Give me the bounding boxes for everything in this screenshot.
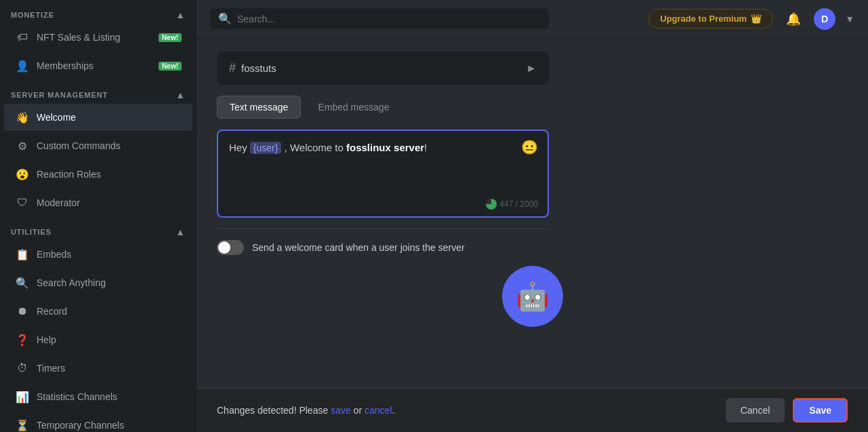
save-link[interactable]: save (331, 405, 351, 416)
chevron-right-icon: ► (526, 62, 537, 75)
search-input[interactable] (237, 14, 541, 24)
sidebar-item-welcome[interactable]: 👋 Welcome (4, 104, 192, 131)
crown-icon: 👑 (751, 14, 762, 24)
custom-commands-icon: ⚙ (15, 138, 30, 153)
channel-select[interactable]: # fosstuts ► (217, 52, 549, 85)
emoji-picker-button[interactable]: 😐 (521, 139, 538, 155)
search-icon: 🔍 (218, 12, 232, 25)
channel-name: # fosstuts (229, 61, 276, 75)
sidebar-item-memberships[interactable]: 👤 Memberships New! (4, 52, 192, 79)
message-bold: fosslinux server (346, 142, 424, 153)
timers-icon: ⏱ (15, 361, 30, 376)
sidebar-item-label: Reaction Roles (37, 169, 101, 180)
embeds-icon: 📋 (15, 247, 30, 262)
new-badge: New! (159, 62, 182, 71)
search-bar[interactable]: 🔍 (210, 8, 549, 29)
toggle-label: Send a welcome card when a user joins th… (252, 242, 465, 253)
notification-bell-icon[interactable]: 🔔 (783, 8, 804, 30)
sidebar: MONETIZE ▲ 🏷 NFT Sales & Listing New! 👤 … (0, 0, 197, 432)
message-welcome: , Welcome to (281, 142, 346, 153)
sidebar-item-label: Timers (37, 363, 65, 374)
sidebar-item-label: Help (37, 334, 56, 345)
search-icon: 🔍 (15, 275, 30, 290)
sidebar-item-label: NFT Sales & Listing (37, 32, 120, 43)
changes-detected-text: Changes detected! Please save or cancel. (217, 405, 394, 416)
sidebar-item-moderator[interactable]: 🛡 Moderator (4, 189, 192, 216)
content-area: # fosstuts ► Text message Embed message … (197, 38, 868, 388)
sidebar-item-timers[interactable]: ⏱ Timers (4, 355, 192, 382)
sidebar-item-help[interactable]: ❓ Help (4, 326, 192, 353)
section-label: MONETIZE (11, 11, 54, 19)
sidebar-item-statistics-channels[interactable]: 📊 Statistics Channels (4, 383, 192, 410)
tab-text-message[interactable]: Text message (217, 96, 301, 119)
user-tag: {user} (250, 142, 282, 154)
sidebar-item-embeds[interactable]: 📋 Embeds (4, 241, 192, 268)
chevron-up-icon[interactable]: ▲ (175, 9, 186, 20)
message-editor[interactable]: Hey {user} , Welcome to fosslinux server… (217, 130, 549, 218)
sidebar-item-label: Record (37, 306, 67, 317)
help-icon: ❓ (15, 332, 30, 347)
sidebar-item-label: Embeds (37, 249, 71, 260)
welcome-card-toggle-row: Send a welcome card when a user joins th… (217, 240, 549, 255)
section-monetize: MONETIZE ▲ (0, 0, 197, 23)
char-count: 447 / 2000 (486, 199, 538, 210)
char-progress-indicator (486, 199, 497, 210)
section-label: UTILITIES (11, 228, 51, 236)
upgrade-premium-button[interactable]: Upgrade to Premium 👑 (648, 9, 773, 28)
avatar[interactable]: D (814, 8, 835, 30)
record-icon: ⏺ (15, 304, 30, 319)
topbar: 🔍 Upgrade to Premium 👑 🔔 D ▼ (197, 0, 868, 38)
message-content[interactable]: Hey {user} , Welcome to fosslinux server… (229, 140, 537, 207)
temporary-icon: ⏳ (15, 418, 30, 432)
section-label: SERVER MANAGEMENT (11, 91, 108, 99)
new-badge: New! (159, 33, 182, 42)
statistics-icon: 📊 (15, 389, 30, 404)
sidebar-item-nft-sales[interactable]: 🏷 NFT Sales & Listing New! (4, 24, 192, 51)
sidebar-item-custom-commands[interactable]: ⚙ Custom Commands (4, 132, 192, 159)
message-tabs: Text message Embed message (217, 96, 848, 119)
section-server-management: SERVER MANAGEMENT ▲ (0, 80, 197, 103)
char-count-text: 447 / 2000 (499, 199, 538, 209)
welcome-card-toggle[interactable] (217, 240, 244, 255)
divider (217, 229, 549, 229)
moderator-icon: 🛡 (15, 195, 30, 210)
sidebar-item-label: Statistics Channels (37, 391, 117, 402)
sidebar-item-label: Memberships (37, 60, 94, 71)
chevron-up-icon[interactable]: ▲ (175, 90, 186, 100)
chevron-down-icon[interactable]: ▼ (845, 14, 854, 24)
sidebar-item-label: Moderator (37, 197, 80, 208)
sidebar-item-temporary-channels[interactable]: ⏳ Temporary Channels (4, 412, 192, 432)
save-button[interactable]: Save (793, 398, 848, 423)
bottom-bar: Changes detected! Please save or cancel.… (197, 388, 868, 432)
hash-icon: # (229, 61, 236, 75)
nft-icon: 🏷 (15, 30, 30, 45)
tab-embed-message[interactable]: Embed message (305, 96, 402, 119)
premium-label: Upgrade to Premium (660, 14, 747, 24)
sidebar-item-label: Search Anything (37, 277, 106, 288)
channel-name-text: fosstuts (241, 62, 276, 74)
cancel-link[interactable]: cancel (365, 405, 392, 416)
topbar-right: Upgrade to Premium 👑 🔔 D ▼ (648, 8, 854, 30)
bot-preview-area: 🤖 (217, 266, 848, 327)
bottom-actions: Cancel Save (726, 398, 848, 423)
reaction-roles-icon: 😮 (15, 167, 30, 182)
main-content: 🔍 Upgrade to Premium 👑 🔔 D ▼ # fosstuts … (197, 0, 868, 432)
section-utilities: UTILITIES ▲ (0, 217, 197, 240)
sidebar-item-record[interactable]: ⏺ Record (4, 298, 192, 325)
message-end: ! (424, 142, 427, 153)
welcome-icon: 👋 (15, 110, 30, 125)
sidebar-item-label: Custom Commands (37, 140, 121, 151)
sidebar-item-search-anything[interactable]: 🔍 Search Anything (4, 269, 192, 296)
sidebar-item-reaction-roles[interactable]: 😮 Reaction Roles (4, 161, 192, 188)
cancel-button[interactable]: Cancel (726, 398, 785, 423)
bot-avatar: 🤖 (502, 266, 563, 327)
memberships-icon: 👤 (15, 58, 30, 73)
message-hey: Hey (229, 142, 250, 153)
sidebar-item-label: Welcome (37, 112, 76, 123)
chevron-up-icon[interactable]: ▲ (175, 227, 186, 237)
sidebar-item-label: Temporary Channels (37, 420, 124, 431)
